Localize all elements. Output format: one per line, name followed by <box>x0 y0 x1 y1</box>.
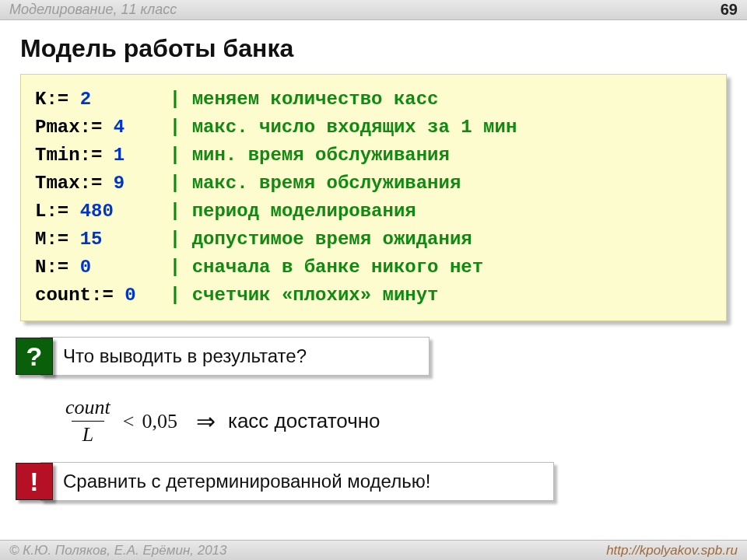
exclaim-callout: ! Сравнить с детерминированной моделью! <box>40 462 727 501</box>
code-box: K:= 2 | меняем количество кассPmax:= 4 |… <box>20 74 727 321</box>
code-assign: := <box>80 145 114 166</box>
code-comment: | счетчик «плохих» минут <box>170 285 439 306</box>
code-var: Tmax <box>35 173 80 194</box>
code-var: K <box>35 89 46 110</box>
code-value: 2 <box>80 89 91 110</box>
code-line: N:= 0 | сначала в банке никого нет <box>35 254 712 282</box>
code-var: count <box>35 285 91 306</box>
exclaim-text: Сравнить с детерминированной моделью! <box>40 462 554 501</box>
code-assign: := <box>80 117 114 138</box>
code-var: N <box>35 257 46 278</box>
formula-conclusion: касс достаточно <box>228 409 381 433</box>
question-text: Что выводить в результате? <box>40 337 430 376</box>
code-comment: | макс. число входящих за 1 мин <box>170 117 517 138</box>
exclaim-badge: ! <box>16 463 53 500</box>
code-value: 4 <box>114 117 124 138</box>
page-number: 69 <box>721 1 738 19</box>
course-title: Моделирование, 11 класс <box>9 2 177 18</box>
code-line: count:= 0 | счетчик «плохих» минут <box>35 282 712 310</box>
footer-url: http://kpolyakov.spb.ru <box>606 543 738 558</box>
code-assign: := <box>46 229 79 250</box>
less-than-symbol: < <box>123 410 135 433</box>
bottom-bar: © К.Ю. Поляков, Е.А. Ерёмин, 2013 http:/… <box>0 540 747 560</box>
question-callout: ? Что выводить в результате? <box>40 337 727 376</box>
threshold-value: 0,05 <box>142 410 177 433</box>
code-line: Pmax:= 4 | макс. число входящих за 1 мин <box>35 114 712 142</box>
code-comment: | мин. время обслуживания <box>170 145 450 166</box>
code-assign: := <box>91 285 124 306</box>
code-assign: := <box>80 173 114 194</box>
fraction-numerator: count <box>62 396 114 421</box>
code-assign: := <box>46 89 79 110</box>
code-var: Pmax <box>35 117 80 138</box>
code-value: 0 <box>80 257 91 278</box>
code-comment: | допустимое время ожидания <box>170 229 472 250</box>
code-assign: := <box>46 201 79 222</box>
slide-title: Модель работы банка <box>0 20 747 74</box>
code-comment: | макс. время обслуживания <box>170 173 461 194</box>
top-bar: Моделирование, 11 класс 69 <box>0 0 747 20</box>
code-assign: := <box>46 257 79 278</box>
code-line: Tmax:= 9 | макс. время обслуживания <box>35 170 712 198</box>
copyright-text: © К.Ю. Поляков, Е.А. Ерёмин, 2013 <box>9 543 227 558</box>
code-var: M <box>35 229 46 250</box>
code-value: 9 <box>114 173 124 194</box>
formula-row: count L < 0,05 ⇒ касс достаточно <box>62 396 747 446</box>
code-value: 0 <box>124 285 135 306</box>
fraction-denominator: L <box>72 421 104 446</box>
code-line: M:= 15 | допустимое время ожидания <box>35 226 712 254</box>
code-line: Tmin:= 1 | мин. время обслуживания <box>35 142 712 170</box>
code-line: L:= 480 | период моделирования <box>35 198 712 226</box>
code-value: 15 <box>80 229 103 250</box>
implies-arrow: ⇒ <box>196 408 216 435</box>
fraction: count L <box>62 396 114 446</box>
code-comment: | сначала в банке никого нет <box>170 257 483 278</box>
code-comment: | меняем количество касс <box>170 89 439 110</box>
code-var: Tmin <box>35 145 80 166</box>
code-value: 1 <box>114 145 124 166</box>
code-comment: | период моделирования <box>170 201 416 222</box>
code-line: K:= 2 | меняем количество касс <box>35 86 712 114</box>
question-badge: ? <box>16 338 53 375</box>
code-value: 480 <box>80 201 114 222</box>
code-var: L <box>35 201 46 222</box>
